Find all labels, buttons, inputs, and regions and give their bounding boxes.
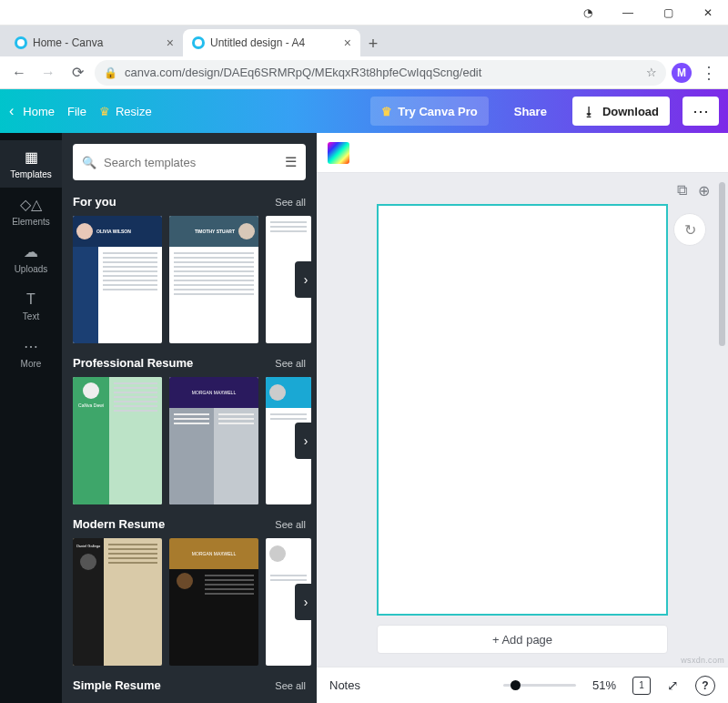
- row-next-button[interactable]: ›: [295, 261, 317, 298]
- template-row-modern: Daniel Gallego MORGAN MAXWELL ›: [73, 538, 306, 666]
- try-pro-label: Try Canva Pro: [398, 105, 477, 118]
- rail-label: Text: [23, 311, 39, 321]
- see-all-link[interactable]: See all: [275, 358, 306, 369]
- resize-label: Resize: [116, 105, 152, 118]
- canva-favicon-icon: [15, 36, 27, 49]
- star-icon[interactable]: ☆: [646, 66, 657, 79]
- close-tab-icon[interactable]: ×: [167, 36, 174, 50]
- notes-button[interactable]: Notes: [329, 678, 360, 692]
- search-field[interactable]: [104, 156, 278, 169]
- help-button[interactable]: ?: [695, 676, 715, 696]
- more-button[interactable]: ⋯: [682, 97, 719, 126]
- template-row-professional: CaNva Dewi MORGAN MAXWELL ›: [73, 377, 306, 504]
- profile-avatar[interactable]: M: [672, 63, 692, 83]
- rail-label: Elements: [12, 217, 50, 227]
- rail-label: Uploads: [15, 264, 48, 274]
- new-tab-button[interactable]: +: [360, 31, 386, 56]
- share-button[interactable]: Share: [501, 97, 560, 126]
- browser-menu-button[interactable]: ⋮: [697, 63, 721, 83]
- browser-tab-design[interactable]: Untitled design - A4 ×: [183, 29, 360, 56]
- tab-label: Untitled design - A4: [210, 36, 339, 49]
- close-window-button[interactable]: ✕: [688, 0, 728, 25]
- text-icon: T: [26, 291, 35, 308]
- filter-icon[interactable]: ☰: [285, 154, 297, 170]
- watermark: wsxdn.com: [681, 656, 724, 665]
- search-templates-input[interactable]: 🔍 ☰: [73, 144, 306, 180]
- see-all-link[interactable]: See all: [275, 680, 306, 691]
- section-title: Modern Resume: [73, 517, 165, 531]
- section-title: Professional Resume: [73, 356, 193, 370]
- rail-label: More: [21, 359, 42, 369]
- card-name: MORGAN MAXWELL: [192, 390, 236, 395]
- add-page-icon[interactable]: ⊕: [698, 182, 710, 199]
- canva-favicon-icon: [192, 36, 205, 49]
- templates-panel: 🔍 ☰ For you See all OLIVIA WILSON TIMOTH…: [62, 133, 317, 703]
- minimize-button[interactable]: —: [608, 0, 648, 25]
- download-icon: ⭳: [583, 105, 595, 118]
- uploads-icon: ☁: [24, 243, 38, 260]
- home-link[interactable]: Home: [23, 105, 55, 118]
- document-toolbar: [317, 133, 728, 173]
- elements-icon: ◇△: [20, 196, 42, 213]
- duplicate-page-icon[interactable]: ⧉: [677, 182, 687, 199]
- more-icon: ⋯: [24, 338, 38, 355]
- url-text: canva.com/design/DAEq6SRMRpQ/MEkqxR3t8hp…: [125, 66, 481, 79]
- row-next-button[interactable]: ›: [295, 584, 317, 620]
- rail-uploads[interactable]: ☁ Uploads: [0, 235, 62, 282]
- close-tab-icon[interactable]: ×: [344, 36, 351, 50]
- template-card[interactable]: MORGAN MAXWELL: [169, 377, 258, 504]
- template-card[interactable]: CaNva Dewi: [73, 377, 162, 504]
- browser-tabstrip: Home - Canva × Untitled design - A4 × +: [0, 25, 728, 56]
- browser-tab-home[interactable]: Home - Canva ×: [5, 29, 183, 56]
- crown-icon: ♛: [381, 105, 392, 118]
- add-page-button[interactable]: + Add page: [377, 625, 668, 654]
- rail-elements[interactable]: ◇△ Elements: [0, 188, 62, 235]
- rail-more[interactable]: ⋯ More: [0, 330, 62, 377]
- download-button[interactable]: ⭳ Download: [572, 97, 670, 126]
- template-card[interactable]: OLIVIA WILSON: [73, 216, 162, 343]
- template-card[interactable]: Daniel Gallego: [73, 538, 162, 666]
- row-next-button[interactable]: ›: [295, 423, 317, 459]
- incognito-icon: ◔: [568, 0, 608, 25]
- rail-text[interactable]: T Text: [0, 282, 62, 330]
- section-title: Simple Resume: [73, 678, 161, 692]
- crown-icon: ♛: [99, 105, 110, 118]
- templates-icon: ▦: [25, 148, 38, 166]
- zoom-value[interactable]: 51%: [592, 678, 616, 692]
- download-label: Download: [602, 105, 659, 118]
- browser-toolbar: ← → ⟳ 🔒 canva.com/design/DAEq6SRMRpQ/MEk…: [0, 56, 728, 89]
- card-name: Daniel Gallego: [76, 544, 100, 548]
- template-card[interactable]: TIMOTHY STUART: [169, 216, 258, 343]
- maximize-button[interactable]: ▢: [648, 0, 688, 25]
- forward-button[interactable]: →: [36, 61, 60, 85]
- see-all-link[interactable]: See all: [275, 197, 306, 208]
- chevron-left-icon[interactable]: ‹: [9, 103, 14, 119]
- fullscreen-icon[interactable]: ⤢: [667, 678, 679, 694]
- undo-button[interactable]: ↻: [673, 213, 706, 246]
- reload-button[interactable]: ⟳: [66, 61, 89, 85]
- card-name: TIMOTHY STUART: [195, 229, 235, 234]
- rail-templates[interactable]: ▦ Templates: [0, 140, 62, 188]
- canva-topbar: ‹ Home File ♛ Resize ♛ Try Canva Pro Sha…: [0, 89, 728, 133]
- vertical-scrollbar[interactable]: [718, 177, 725, 698]
- zoom-slider[interactable]: [503, 684, 576, 687]
- try-pro-button[interactable]: ♛ Try Canva Pro: [370, 97, 488, 126]
- page-count-button[interactable]: 1: [632, 677, 651, 695]
- back-button[interactable]: ←: [7, 61, 31, 85]
- color-picker-button[interactable]: [328, 142, 349, 164]
- rail-label: Templates: [10, 169, 52, 179]
- see-all-link[interactable]: See all: [275, 519, 306, 530]
- canvas-area: ⧉ ⊕ ↻ + Add page Notes 51% 1 ⤢ ? wsxdn.c…: [317, 133, 728, 703]
- resize-menu[interactable]: ♛ Resize: [99, 105, 152, 118]
- section-title: For you: [73, 195, 116, 209]
- search-icon: 🔍: [82, 156, 96, 169]
- bottom-bar: Notes 51% 1 ⤢ ?: [317, 667, 728, 703]
- lock-icon: 🔒: [104, 66, 117, 79]
- file-menu[interactable]: File: [67, 105, 86, 118]
- template-card[interactable]: MORGAN MAXWELL: [169, 538, 258, 666]
- card-name: CaNva Dewi: [78, 402, 104, 408]
- address-bar[interactable]: 🔒 canva.com/design/DAEq6SRMRpQ/MEkqxR3t8…: [95, 60, 666, 86]
- design-page[interactable]: [377, 204, 668, 616]
- card-name: OLIVIA WILSON: [96, 229, 131, 234]
- template-row-for-you: OLIVIA WILSON TIMOTHY STUART ›: [73, 216, 306, 343]
